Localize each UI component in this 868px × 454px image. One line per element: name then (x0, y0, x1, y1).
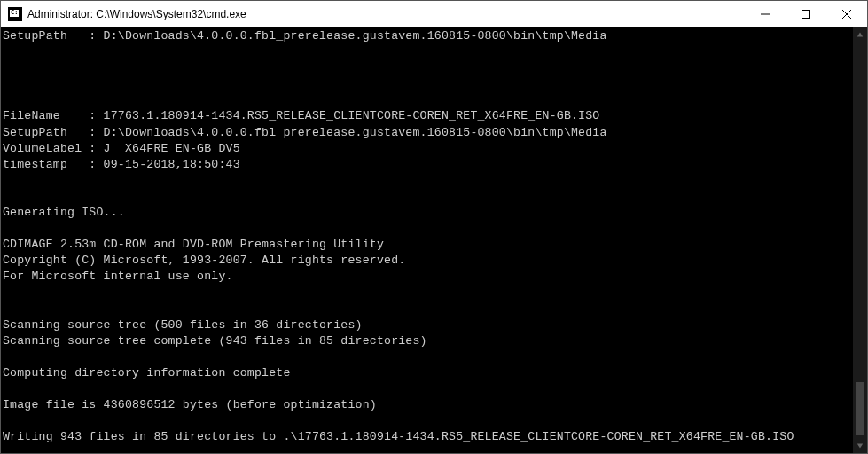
maximize-button[interactable] (786, 1, 826, 27)
window-title: Administrator: C:\Windows\System32\cmd.e… (27, 8, 745, 20)
terminal-output[interactable]: SetupPath : D:\Downloads\4.0.0.0.fbl_pre… (1, 27, 853, 453)
scroll-thumb[interactable] (856, 382, 864, 435)
window-controls (745, 1, 867, 27)
vertical-scrollbar[interactable] (853, 27, 867, 453)
svg-rect-1 (802, 10, 810, 18)
titlebar: C:\ Administrator: C:\Windows\System32\c… (1, 1, 867, 27)
cmd-icon: C:\ (8, 7, 22, 21)
minimize-button[interactable] (745, 1, 786, 27)
close-button[interactable] (826, 1, 867, 27)
scroll-up-button[interactable] (853, 27, 867, 42)
scroll-down-button[interactable] (853, 439, 867, 453)
